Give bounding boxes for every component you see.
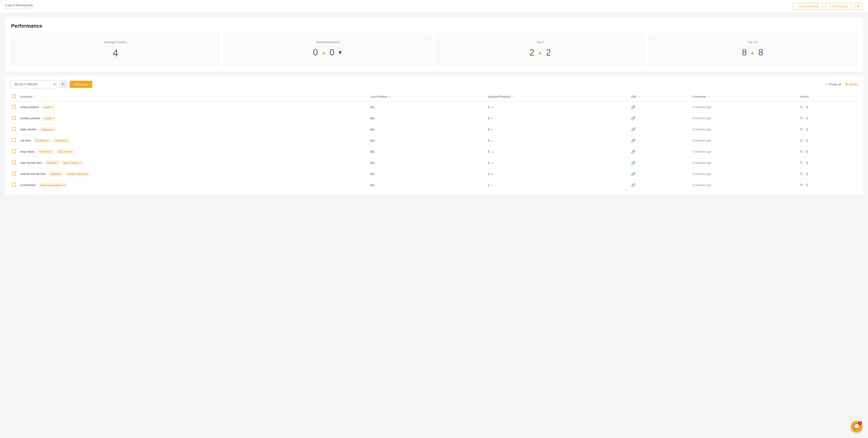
keyword-tag: Health x xyxy=(41,105,55,109)
row-checkbox-cell xyxy=(10,124,19,135)
refresh-button[interactable]: ↻ xyxy=(59,80,67,88)
action-cell: ↻ 🗑 xyxy=(798,157,858,169)
keyword-tag: Health x xyxy=(43,116,56,120)
all-groups-button[interactable]: All Groups xyxy=(70,81,92,88)
progress-bar-wrap xyxy=(6,8,33,9)
tag-remove-icon[interactable]: x xyxy=(52,150,53,153)
row-checkbox[interactable] xyxy=(12,149,16,153)
trend-up-icon: ▲ xyxy=(491,117,494,120)
url-cell: 🔗 xyxy=(629,101,691,113)
download-button[interactable]: ⬇ xyxy=(855,3,862,10)
row-checkbox[interactable] xyxy=(12,183,16,186)
trend-up-icon: ▲ xyxy=(491,128,494,131)
last-position-cell: NA xyxy=(368,180,486,191)
row-refresh-icon[interactable]: ↻ xyxy=(800,105,803,109)
url-link-icon[interactable]: 🔗 xyxy=(631,139,636,142)
row-delete-icon[interactable]: 🗑 xyxy=(805,139,809,142)
row-refresh-icon[interactable]: ↻ xyxy=(800,138,803,143)
row-refresh-icon[interactable]: ↻ xyxy=(800,183,803,187)
tag-remove-icon[interactable]: x xyxy=(47,139,49,142)
last-position-sort-icon[interactable]: ⇅ xyxy=(389,95,391,98)
keyword-cell: women formal shirtClothing xFemale Cloth… xyxy=(19,169,368,180)
freshness-cell: 4 minutes ago xyxy=(691,146,798,157)
header-url: URL ⇅ xyxy=(629,92,691,101)
keyword-tag: Dog Niche x xyxy=(56,150,74,154)
delete-link[interactable]: 🗑 Delete xyxy=(845,83,858,86)
last-position-cell: NA xyxy=(368,135,486,146)
avg-position-value: 4 xyxy=(16,48,215,59)
tag-remove-icon[interactable]: x xyxy=(52,106,53,108)
action-cell: ↻ 🗑 xyxy=(798,113,858,124)
row-checkbox[interactable] xyxy=(12,172,16,175)
add-groups-button[interactable]: + Add Groups xyxy=(825,3,852,10)
row-refresh-icon[interactable]: ↻ xyxy=(800,116,803,120)
freshness-sort-icon[interactable]: ⇅ xyxy=(708,95,710,98)
keyword-name: baby stroller xyxy=(21,127,37,131)
keyword-cell: cat litterPet Niche xCat Niche x xyxy=(19,135,368,146)
row-checkbox[interactable] xyxy=(12,160,16,164)
url-link-icon[interactable]: 🔗 xyxy=(631,105,636,109)
add-keywords-button[interactable]: + Add Keywords xyxy=(793,3,823,10)
rank-movements-label: Rank Movements xyxy=(228,40,427,44)
tag-remove-icon[interactable]: x xyxy=(61,173,62,175)
tag-remove-icon[interactable]: x xyxy=(66,139,68,142)
tag-remove-icon[interactable]: x xyxy=(80,162,81,164)
action-cell: ↻ 🗑 xyxy=(798,169,858,180)
updated-position-cell: 5 ▲ xyxy=(486,101,629,113)
keyword-name: whey proteins xyxy=(21,105,39,109)
url-link-icon[interactable]: 🔗 xyxy=(631,116,636,120)
row-checkbox[interactable] xyxy=(12,105,16,109)
row-delete-icon[interactable]: 🗑 xyxy=(805,105,809,109)
header-freshness: Freshness ⇅ xyxy=(691,92,798,101)
row-delete-icon[interactable]: 🗑 xyxy=(805,183,809,187)
row-refresh-icon[interactable]: ↻ xyxy=(800,160,803,165)
row-delete-icon[interactable]: 🗑 xyxy=(805,172,809,176)
last-position-cell: NA xyxy=(368,146,486,157)
row-refresh-icon[interactable]: ↻ xyxy=(800,149,803,154)
row-checkbox[interactable] xyxy=(12,138,16,142)
url-sort-icon[interactable]: ⇅ xyxy=(639,95,640,98)
updated-position-cell: 2 ▲ xyxy=(486,180,629,191)
freshness-cell: 4 minutes ago xyxy=(691,113,798,124)
check-all-link[interactable]: ✓ Check all xyxy=(825,83,841,86)
keyword-sort-icon[interactable]: ⇅ xyxy=(34,95,36,98)
top3-static-value: 2 xyxy=(546,48,551,58)
tag-remove-icon[interactable]: x xyxy=(71,150,72,153)
tag-remove-icon[interactable]: x xyxy=(87,173,88,175)
trend-up-icon: ▲ xyxy=(491,172,494,176)
select-all-checkbox[interactable] xyxy=(12,94,16,98)
row-checkbox[interactable] xyxy=(12,127,16,131)
updated-position-cell: 4 ▲ xyxy=(486,157,629,169)
url-link-icon[interactable]: 🔗 xyxy=(631,172,636,176)
tag-remove-icon[interactable]: x xyxy=(53,128,55,130)
url-link-icon[interactable]: 🔗 xyxy=(631,127,636,131)
tag-remove-icon[interactable]: x xyxy=(53,117,55,119)
row-checkbox[interactable] xyxy=(12,116,16,120)
row-refresh-icon[interactable]: ↻ xyxy=(800,127,803,132)
row-refresh-icon[interactable]: ↻ xyxy=(800,172,803,176)
metric-card-top3: Top 3 2 ▲ 2 xyxy=(436,34,645,65)
keyword-name: men formal shirt xyxy=(21,161,42,165)
header-updated-position: Updated Position ⇅ xyxy=(486,92,629,101)
tag-remove-icon[interactable]: x xyxy=(64,184,65,186)
row-delete-icon[interactable]: 🗑 xyxy=(805,116,809,120)
top-bar: 8 out of 500 keywords + Add Keywords + A… xyxy=(0,0,868,13)
performance-title: Performance xyxy=(11,23,857,29)
trend-up-icon: ▲ xyxy=(491,139,494,142)
keyword-cell: protein powderHealth x xyxy=(19,113,368,124)
tag-remove-icon[interactable]: x xyxy=(57,162,58,164)
metric-card-rank-movements: Rank Movements 0 ▲ 0 ▼ xyxy=(223,34,432,65)
updated-position-sort-icon[interactable]: ⇅ xyxy=(513,95,514,98)
group-select[interactable]: SELECT GROUP xyxy=(10,80,57,88)
url-cell: 🔗 xyxy=(629,124,691,135)
url-link-icon[interactable]: 🔗 xyxy=(631,161,636,165)
row-checkbox-cell xyxy=(10,113,19,124)
row-delete-icon[interactable]: 🗑 xyxy=(805,161,809,165)
top3-up-value: 2 xyxy=(529,48,534,58)
url-link-icon[interactable]: 🔗 xyxy=(631,150,636,153)
row-delete-icon[interactable]: 🗑 xyxy=(805,127,809,131)
url-link-icon[interactable]: 🔗 xyxy=(631,183,636,187)
freshness-cell: 4 minutes ago xyxy=(691,124,798,135)
action-cell: ↻ 🗑 xyxy=(798,146,858,157)
row-delete-icon[interactable]: 🗑 xyxy=(805,150,809,153)
